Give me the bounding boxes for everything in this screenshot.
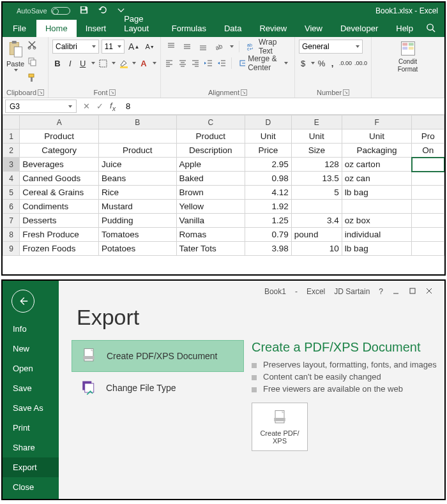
close-icon[interactable] bbox=[425, 287, 433, 297]
decrease-decimal-icon[interactable]: .00.0 bbox=[354, 56, 367, 70]
dialog-launcher-icon[interactable]: ↘ bbox=[109, 89, 116, 96]
col-header[interactable]: B bbox=[98, 115, 176, 130]
chevron-down-icon[interactable] bbox=[132, 62, 136, 64]
tab-insert[interactable]: Insert bbox=[77, 20, 116, 37]
col-header[interactable]: C bbox=[176, 115, 245, 130]
wrap-text-button[interactable]: abc↵ Wrap Text bbox=[245, 40, 291, 54]
tab-home[interactable]: Home bbox=[36, 20, 77, 37]
col-header[interactable]: D bbox=[245, 115, 291, 130]
nav-share[interactable]: Share bbox=[3, 438, 59, 457]
align-top-icon[interactable] bbox=[165, 40, 177, 54]
increase-decimal-icon[interactable]: .0.00 bbox=[339, 56, 352, 70]
cut-icon[interactable] bbox=[27, 40, 37, 52]
grow-font-icon[interactable]: A▲ bbox=[127, 40, 140, 54]
nav-save[interactable]: Save bbox=[3, 378, 59, 398]
create-pdf-xps-button[interactable]: Create PDF/ XPS bbox=[252, 403, 308, 451]
table-row[interactable]: 4Canned GoodsBeansBaked0.9813.5oz can bbox=[3, 172, 444, 186]
format-painter-icon[interactable] bbox=[27, 73, 37, 85]
underline-button[interactable]: U bbox=[78, 56, 88, 70]
chevron-down-icon[interactable] bbox=[112, 62, 116, 64]
fill-color-button[interactable] bbox=[118, 56, 128, 70]
percent-button[interactable]: % bbox=[317, 56, 326, 70]
align-right-icon[interactable] bbox=[191, 56, 200, 70]
table-row[interactable]: 5Cereal & GrainsRiceBrown4.125lb bag bbox=[3, 186, 444, 200]
enter-icon[interactable]: ✓ bbox=[96, 101, 103, 111]
group-font: Calibri 11 A▲ A▼ B I U A bbox=[49, 37, 161, 98]
minimize-icon[interactable] bbox=[392, 287, 400, 297]
align-left-icon[interactable] bbox=[165, 56, 174, 70]
option-change-file-type[interactable]: Change File Type bbox=[72, 372, 244, 404]
select-all-corner[interactable] bbox=[3, 115, 20, 130]
selected-cell[interactable] bbox=[412, 158, 444, 172]
table-row[interactable]: 8Fresh ProduceTomatoesRomas0.79poundindi… bbox=[3, 228, 444, 242]
tab-page-layout[interactable]: Page Layout bbox=[115, 10, 163, 37]
nav-save-as[interactable]: Save As bbox=[3, 398, 59, 418]
table-row[interactable]: 7DessertsPuddingVanilla1.253.4oz box bbox=[3, 214, 444, 228]
col-header[interactable]: E bbox=[291, 115, 342, 130]
nav-export[interactable]: Export bbox=[3, 457, 59, 477]
nav-print[interactable]: Print bbox=[3, 418, 59, 438]
tab-view[interactable]: View bbox=[296, 20, 331, 37]
col-header[interactable] bbox=[412, 115, 444, 130]
comma-button[interactable]: , bbox=[328, 56, 337, 70]
align-middle-icon[interactable] bbox=[181, 40, 193, 54]
font-size-dropdown[interactable]: 11 bbox=[102, 40, 125, 54]
align-bottom-icon[interactable] bbox=[197, 40, 209, 54]
autosave-toggle[interactable]: AutoSave bbox=[17, 7, 70, 15]
nav-open[interactable]: Open bbox=[3, 359, 59, 378]
dialog-launcher-icon[interactable]: ↘ bbox=[38, 89, 44, 96]
col-header[interactable]: F bbox=[342, 115, 411, 130]
increase-indent-icon[interactable] bbox=[217, 56, 226, 70]
decrease-indent-icon[interactable] bbox=[204, 56, 213, 70]
option-create-pdf-xps[interactable]: Create PDF/XPS Document bbox=[72, 340, 244, 372]
fx-icon[interactable]: fx bbox=[110, 101, 116, 112]
maximize-icon[interactable] bbox=[409, 287, 416, 297]
chevron-down-icon bbox=[92, 45, 96, 48]
tab-formulas[interactable]: Formulas bbox=[163, 20, 215, 37]
chevron-down-icon[interactable] bbox=[230, 45, 234, 48]
toggle-switch-icon[interactable] bbox=[51, 7, 70, 15]
nav-close[interactable]: Close bbox=[3, 477, 59, 497]
italic-button[interactable]: I bbox=[65, 56, 75, 70]
search-icon[interactable] bbox=[422, 20, 439, 37]
cancel-icon[interactable]: ✕ bbox=[83, 101, 90, 111]
bold-button[interactable]: B bbox=[52, 56, 63, 70]
font-name-dropdown[interactable]: Calibri bbox=[52, 40, 99, 54]
chevron-down-icon[interactable] bbox=[91, 62, 95, 64]
help-icon[interactable]: ? bbox=[379, 287, 383, 296]
tab-data[interactable]: Data bbox=[215, 20, 250, 37]
tab-review[interactable]: Review bbox=[250, 20, 296, 37]
tab-file[interactable]: File bbox=[3, 20, 36, 37]
orientation-icon[interactable]: ab bbox=[213, 40, 225, 54]
paste-button[interactable]: Paste bbox=[6, 40, 24, 85]
conditional-formatting-button[interactable]: Condit Format bbox=[375, 40, 440, 73]
table-row[interactable]: 1 Product Product Unit Unit Unit Pro bbox=[3, 130, 444, 144]
formula-input[interactable] bbox=[122, 100, 444, 113]
nav-info[interactable]: Info bbox=[3, 319, 59, 339]
merge-center-button[interactable]: Merge & Center bbox=[237, 56, 291, 70]
dialog-launcher-icon[interactable]: ↘ bbox=[343, 89, 349, 96]
nav-new[interactable]: New bbox=[3, 339, 59, 359]
copy-icon[interactable] bbox=[27, 56, 37, 69]
align-center-icon[interactable] bbox=[178, 56, 186, 70]
table-row[interactable]: 6CondimentsMustardYellow1.92 bbox=[3, 200, 444, 214]
table-row[interactable]: 9Frozen FoodsPotatoesTater Tots3.9810lb … bbox=[3, 242, 444, 256]
number-format-dropdown[interactable]: General bbox=[299, 40, 363, 54]
chevron-down-icon[interactable] bbox=[311, 62, 315, 64]
font-color-button[interactable]: A bbox=[139, 56, 149, 70]
borders-button[interactable] bbox=[98, 56, 108, 70]
undo-icon[interactable] bbox=[98, 5, 107, 17]
col-header[interactable]: A bbox=[20, 115, 99, 130]
currency-button[interactable]: $ bbox=[299, 56, 307, 70]
tab-help[interactable]: Help bbox=[387, 20, 422, 37]
tab-developer[interactable]: Developer bbox=[331, 20, 387, 37]
back-button[interactable] bbox=[11, 290, 34, 313]
table-row[interactable]: 2 Category Product Description Price Siz… bbox=[3, 144, 444, 158]
shrink-font-icon[interactable]: A▼ bbox=[143, 40, 156, 54]
save-icon[interactable] bbox=[79, 5, 89, 17]
dialog-launcher-icon[interactable]: ↘ bbox=[241, 89, 247, 96]
table-row[interactable]: 3 Beverages Juice Apple 2.95 128 oz cart… bbox=[3, 158, 444, 172]
chevron-down-icon[interactable] bbox=[153, 62, 156, 64]
name-box[interactable]: G3 bbox=[5, 100, 77, 113]
spreadsheet-grid[interactable]: A B C D E F 1 Product Product Unit Unit … bbox=[3, 115, 444, 256]
